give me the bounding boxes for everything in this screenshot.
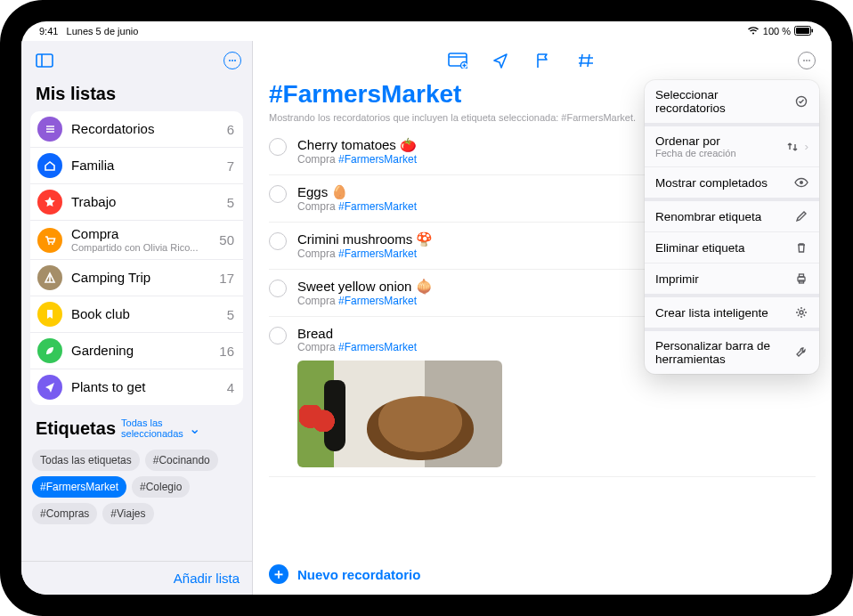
menu-item-label: Mostrar completados (655, 176, 768, 190)
tag-chip[interactable]: #Compras (32, 503, 97, 524)
list-count: 5 (227, 195, 234, 210)
svg-point-5 (229, 60, 231, 61)
list-row[interactable]: Trabajo5 (30, 183, 243, 220)
list-name: Gardening (71, 343, 214, 359)
list-count: 7 (227, 158, 234, 174)
svg-rect-3 (37, 54, 53, 67)
reminder-tag-link[interactable]: #FarmersMarket (338, 153, 417, 166)
list-row[interactable]: Recordatorios6 (30, 111, 243, 147)
add-list-label: Añadir lista (174, 571, 240, 586)
wifi-icon (747, 26, 760, 36)
toggle-sidebar-button[interactable] (32, 48, 57, 73)
main-more-button[interactable] (798, 52, 816, 69)
flag-button[interactable] (533, 51, 553, 70)
list-main: Book club (71, 306, 222, 322)
menu-item[interactable]: Ordenar porFecha de creación› (645, 126, 819, 166)
list-name: Recordatorios (71, 121, 222, 137)
reminder-checkbox[interactable] (269, 280, 287, 297)
reminder-checkbox[interactable] (269, 327, 287, 344)
select-icon (794, 94, 808, 109)
add-list-button[interactable]: Añadir lista (21, 561, 252, 595)
tags-title: Etiquetas (36, 418, 116, 439)
tag-chip[interactable]: #FarmersMarket (32, 476, 126, 498)
status-time: 9:41 (39, 26, 58, 36)
tag-chip[interactable]: #Viajes (102, 503, 153, 524)
menu-item-sublabel: Fecha de creación (655, 148, 736, 158)
svg-point-27 (800, 181, 803, 184)
reminder-list-link[interactable]: Compra (297, 341, 336, 353)
reminder-checkbox[interactable] (269, 185, 287, 203)
menu-item[interactable]: Seleccionar recordatorios (645, 80, 819, 123)
sidebar-toolbar (21, 41, 252, 80)
main: #FarmersMarket Mostrando los recordatori… (253, 41, 832, 595)
tags-filter-button[interactable]: Todas las seleccionadas (121, 417, 183, 439)
list-row[interactable]: CompraCompartido con Olivia Rico...50 (30, 220, 243, 259)
sidebar: Mis listas Recordatorios6Familia7Trabajo… (21, 41, 253, 595)
gear-icon (794, 305, 808, 320)
chevron-right-icon: › (805, 140, 809, 153)
status-bar: 9:41 Lunes 5 de junio 100 % (21, 21, 832, 41)
tag-button[interactable] (576, 51, 596, 70)
menu-item[interactable]: Crear lista inteligente (645, 297, 819, 328)
list-row[interactable]: Book club5 (30, 296, 243, 332)
list-name: Camping Trip (71, 270, 214, 286)
list-main: Recordatorios (71, 121, 222, 137)
reminder-tag-link[interactable]: #FarmersMarket (338, 295, 417, 307)
trash-icon (794, 240, 808, 255)
more-menu[interactable]: Seleccionar recordatoriosOrdenar porFech… (645, 80, 819, 374)
list-count: 4 (227, 380, 234, 395)
list-row[interactable]: Camping Trip17 (30, 259, 243, 296)
tag-chip[interactable]: #Cocinando (145, 450, 218, 471)
pencil-icon (794, 209, 808, 223)
list-main: Trabajo (71, 194, 222, 210)
list-count: 50 (219, 232, 234, 247)
status-date: Lunes 5 de junio (67, 26, 139, 36)
svg-point-31 (800, 311, 803, 314)
svg-point-7 (234, 60, 236, 61)
list-name: Familia (71, 158, 222, 174)
reminder-tag-link[interactable]: #FarmersMarket (338, 247, 417, 260)
list-name: Compra (71, 226, 214, 242)
menu-item[interactable]: Eliminar etiqueta (645, 231, 819, 263)
reminder-list-link[interactable]: Compra (297, 200, 336, 213)
screen: 9:41 Lunes 5 de junio 100 % (21, 21, 832, 595)
sidebar-body: Mis listas Recordatorios6Familia7Trabajo… (21, 80, 252, 561)
list-count: 5 (227, 307, 234, 322)
reminder-list-link[interactable]: Compra (297, 295, 336, 307)
battery-icon (794, 26, 814, 37)
reminder-tag-link[interactable]: #FarmersMarket (338, 200, 417, 213)
leaf-icon (37, 338, 62, 363)
reminder-checkbox[interactable] (269, 232, 287, 250)
svg-line-20 (588, 54, 589, 67)
new-reminder-button[interactable]: ＋ Nuevo recordatorio (253, 554, 832, 595)
svg-rect-1 (796, 28, 809, 34)
svg-point-11 (48, 243, 50, 245)
reminder-checkbox[interactable] (269, 138, 287, 156)
cart-icon (37, 228, 62, 253)
list-main: Plants to get (71, 379, 222, 395)
templates-button[interactable] (448, 51, 467, 70)
reminder-list-link[interactable]: Compra (297, 153, 336, 166)
battery-label: 100 % (763, 26, 791, 36)
menu-item-label: Ordenar porFecha de creación (655, 134, 736, 158)
tag-chip[interactable]: Todas las etiquetas (32, 450, 140, 471)
reminder-list-link[interactable]: Compra (297, 247, 336, 260)
menu-item[interactable]: Imprimir (645, 263, 819, 294)
list-count: 17 (219, 271, 234, 286)
tags-cloud: Todas las etiquetas#Cocinando#FarmersMar… (30, 446, 243, 535)
app: Mis listas Recordatorios6Familia7Trabajo… (21, 41, 832, 595)
share-button[interactable] (491, 51, 510, 70)
reminder-tag-link[interactable]: #FarmersMarket (338, 341, 417, 353)
menu-item[interactable]: Mostrar completados (645, 166, 819, 198)
list-main: Familia (71, 158, 222, 174)
tag-chip[interactable]: #Colegio (132, 476, 190, 498)
bookmark-icon (37, 302, 62, 327)
menu-item[interactable]: Personalizar barra de herramientas (645, 331, 819, 374)
sidebar-more-button[interactable] (223, 52, 241, 69)
list-row[interactable]: Familia7 (30, 147, 243, 183)
menu-item[interactable]: Renombrar etiqueta (645, 201, 819, 231)
house-icon (37, 153, 62, 178)
list-row[interactable]: Plants to get4 (30, 369, 243, 405)
reminder-attachment-image[interactable] (297, 361, 502, 467)
list-row[interactable]: Gardening16 (30, 332, 243, 369)
